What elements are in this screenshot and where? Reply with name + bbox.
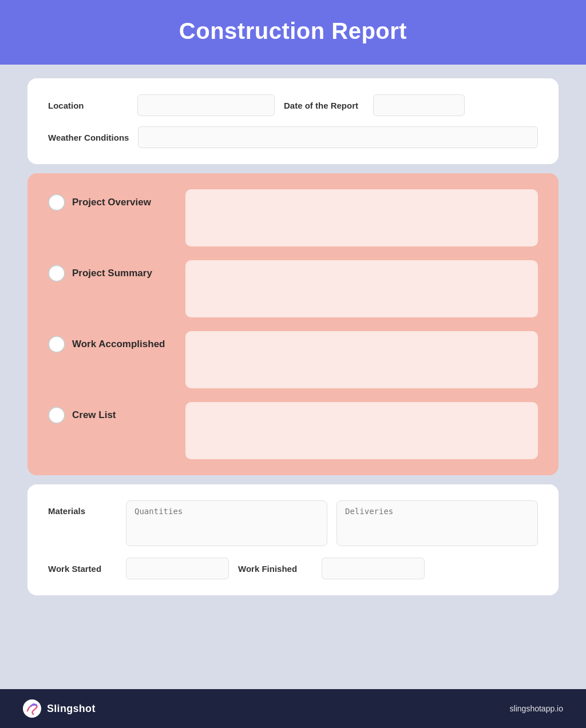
brand-group: Slingshot [23, 699, 96, 718]
location-input[interactable] [137, 94, 275, 116]
crew-list-checkbox[interactable] [48, 407, 65, 424]
project-overview-label: Project Overview [72, 197, 151, 208]
info-card: Location Date of the Report Weather Cond… [27, 78, 559, 164]
work-accomplished-checkbox[interactable] [48, 336, 65, 353]
crew-list-label-group: Crew List [48, 402, 174, 424]
location-row: Location Date of the Report [48, 94, 538, 116]
work-times-row: Work Started Work Finished [48, 558, 538, 579]
work-accomplished-row: Work Accomplished [48, 331, 538, 388]
materials-card: Materials Work Started Work Finished [27, 484, 559, 595]
project-overview-label-group: Project Overview [48, 189, 174, 211]
crew-list-row: Crew List [48, 402, 538, 459]
project-summary-label: Project Summary [72, 268, 152, 279]
crew-list-label: Crew List [72, 409, 116, 421]
project-overview-textarea[interactable] [185, 189, 538, 246]
main-content: Location Date of the Report Weather Cond… [0, 65, 586, 689]
weather-label: Weather Conditions [48, 133, 129, 142]
work-accomplished-label: Work Accomplished [72, 339, 165, 350]
project-overview-checkbox[interactable] [48, 194, 65, 211]
location-label: Location [48, 101, 128, 110]
work-accomplished-label-group: Work Accomplished [48, 331, 174, 353]
pink-sections-card: Project Overview Project Summary Work Ac… [27, 173, 559, 475]
footer: Slingshot slingshotapp.io [0, 689, 586, 728]
project-overview-row: Project Overview [48, 189, 538, 246]
work-started-input[interactable] [126, 558, 229, 579]
project-summary-textarea[interactable] [185, 260, 538, 317]
crew-list-textarea[interactable] [185, 402, 538, 459]
materials-label: Materials [48, 500, 117, 516]
slingshot-logo-icon [23, 699, 41, 718]
materials-row: Materials [48, 500, 538, 546]
project-summary-row: Project Summary [48, 260, 538, 317]
project-summary-checkbox[interactable] [48, 265, 65, 282]
work-finished-input[interactable] [322, 558, 425, 579]
deliveries-input[interactable] [336, 500, 538, 546]
work-finished-label: Work Finished [238, 564, 312, 574]
work-accomplished-textarea[interactable] [185, 331, 538, 388]
brand-name: Slingshot [47, 703, 96, 715]
work-started-label: Work Started [48, 564, 117, 574]
svg-point-0 [23, 699, 41, 718]
weather-input[interactable] [138, 126, 538, 148]
date-input[interactable] [373, 94, 465, 116]
page-header: Construction Report [0, 0, 586, 65]
date-label: Date of the Report [284, 101, 364, 110]
page-title: Construction Report [11, 18, 575, 44]
footer-url: slingshotapp.io [510, 704, 563, 713]
weather-row: Weather Conditions [48, 126, 538, 148]
quantities-input[interactable] [126, 500, 327, 546]
project-summary-label-group: Project Summary [48, 260, 174, 282]
